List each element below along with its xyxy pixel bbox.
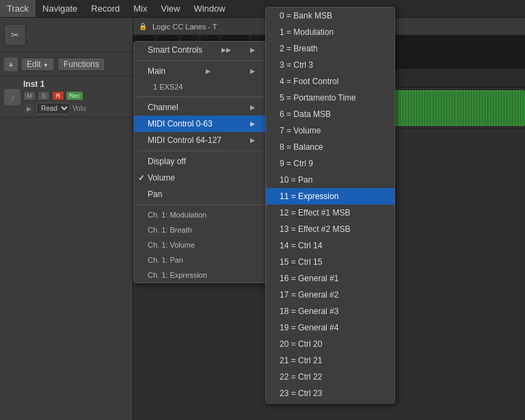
- ctx-exs24[interactable]: 1 EXS24: [134, 79, 266, 94]
- ctx-main[interactable]: Main▶: [134, 63, 266, 79]
- ctx-ch1-breath[interactable]: Ch. 1: Breath: [134, 222, 266, 237]
- toolbar-row-1: ✂: [0, 18, 133, 52]
- midi-item-18[interactable]: 18 = General #3: [266, 303, 394, 319]
- midi-item-9[interactable]: 9 = Ctrl 9: [266, 155, 394, 172]
- solo-button[interactable]: S: [38, 91, 50, 101]
- menu-navigate[interactable]: Navigate: [36, 0, 84, 17]
- midi-item-19[interactable]: 19 = General #4: [266, 319, 394, 336]
- menu-mix[interactable]: Mix: [126, 0, 154, 17]
- ctx-midi-0-63[interactable]: MIDI Control 0-63▶: [134, 116, 266, 132]
- midi-item-13[interactable]: 13 = Effect #2 MSB: [266, 221, 394, 237]
- midi-item-3[interactable]: 3 = Ctrl 3: [266, 57, 394, 73]
- separator-3: [134, 150, 266, 151]
- menu-bar: Track Navigate Record Mix View Window: [0, 0, 525, 18]
- separator-1: [134, 60, 266, 61]
- left-panel: ✂ ▲ Edit ▼ Functions ♪ Inst 1 M S R: [0, 18, 133, 420]
- vol-label: Volu: [72, 105, 85, 112]
- midi-item-21[interactable]: 21 = Ctrl 21: [266, 352, 394, 369]
- menu-window[interactable]: Window: [187, 0, 232, 17]
- ctx-pan[interactable]: Pan: [134, 186, 266, 202]
- midi-item-23[interactable]: 23 = Ctrl 23: [266, 385, 394, 402]
- midi-item-5[interactable]: 5 = Portamento Time: [266, 90, 394, 106]
- play-button[interactable]: ▶: [23, 103, 34, 114]
- midi-item-1[interactable]: 1 = Modulation: [266, 24, 394, 40]
- midi-item-4[interactable]: 4 = Foot Control: [266, 73, 394, 90]
- track-info: Inst 1 M S R Rec ▶ Read Volu: [23, 79, 129, 114]
- separator-4: [134, 205, 266, 205]
- context-menu-midi-values[interactable]: 0 = Bank MSB1 = Modulation2 = Breath3 = …: [265, 7, 395, 404]
- ctx-ch1-mod[interactable]: Ch. 1: Modulation: [134, 207, 266, 222]
- ctx-midi-64-127[interactable]: MIDI Control 64-127▶: [134, 132, 266, 148]
- functions-button[interactable]: Functions: [57, 57, 105, 71]
- menu-track[interactable]: Track: [0, 0, 36, 17]
- track-controls: M S R Rec: [23, 91, 129, 101]
- separator-2: [134, 96, 266, 97]
- ctx-ch1-pan[interactable]: Ch. 1: Pan: [134, 252, 266, 267]
- midi-item-10[interactable]: 10 = Pan: [266, 172, 394, 188]
- rec-button[interactable]: Rec: [66, 92, 83, 100]
- ctx-volume[interactable]: ✓Volume: [134, 170, 266, 186]
- midi-item-6[interactable]: 6 = Data MSB: [266, 106, 394, 122]
- ctx-display-off[interactable]: Display off: [134, 153, 266, 170]
- ctx-smart-controls[interactable]: Smart Controls▶: [134, 42, 266, 58]
- midi-item-8[interactable]: 8 = Balance: [266, 139, 394, 155]
- track-name: Inst 1: [23, 79, 129, 89]
- track-row: ♪ Inst 1 M S R Rec ▶ Read Volu: [0, 77, 133, 118]
- scissors-button[interactable]: ✂: [4, 24, 26, 46]
- edit-button[interactable]: Edit ▼: [21, 57, 55, 71]
- toolbar-row-2: ▲ Edit ▼ Functions: [0, 52, 133, 77]
- logic-header-text: Logic CC Lanes - T: [152, 23, 217, 31]
- midi-item-22[interactable]: 22 = Ctrl 22: [266, 369, 394, 385]
- midi-item-7[interactable]: 7 = Volume: [266, 122, 394, 139]
- midi-item-17[interactable]: 17 = General #2: [266, 287, 394, 303]
- record-button[interactable]: R: [52, 91, 64, 101]
- ctx-ch1-expr[interactable]: Ch. 1: Expression: [134, 267, 266, 283]
- ctx-ch1-vol[interactable]: Ch. 1: Volume: [134, 237, 266, 252]
- read-select[interactable]: Read: [36, 103, 70, 114]
- midi-item-12[interactable]: 12 = Effect #1 MSB: [266, 205, 394, 221]
- menu-record[interactable]: Record: [84, 0, 126, 17]
- midi-item-20[interactable]: 20 = Ctrl 20: [266, 336, 394, 352]
- midi-item-2[interactable]: 2 = Breath: [266, 40, 394, 57]
- midi-item-14[interactable]: 14 = Ctrl 14: [266, 237, 394, 254]
- midi-item-16[interactable]: 16 = General #1: [266, 270, 394, 287]
- midi-item-24[interactable]: 24 = Ctrl 24: [266, 402, 394, 404]
- midi-item-0[interactable]: 0 = Bank MSB: [266, 8, 394, 24]
- ctx-channel[interactable]: Channel▶: [134, 99, 266, 116]
- track-icon: ♪: [4, 89, 21, 105]
- mute-button[interactable]: M: [23, 91, 36, 101]
- menu-view[interactable]: View: [154, 0, 187, 17]
- up-arrow-button[interactable]: ▲: [4, 57, 18, 71]
- midi-item-15[interactable]: 15 = Ctrl 15: [266, 254, 394, 270]
- midi-item-11[interactable]: 11 = Expression: [266, 188, 394, 205]
- context-menu-main[interactable]: Smart Controls▶ Main▶ 1 EXS24 Channel▶ M…: [133, 41, 267, 283]
